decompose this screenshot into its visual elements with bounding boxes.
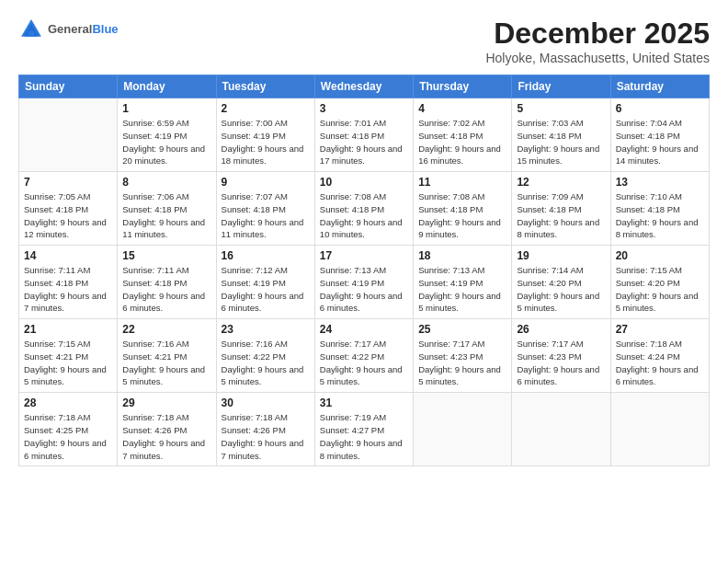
- day-header-tuesday: Tuesday: [216, 75, 314, 98]
- day-info: Sunrise: 7:18 AMSunset: 4:24 PMDaylight:…: [616, 338, 704, 388]
- day-header-wednesday: Wednesday: [314, 75, 413, 98]
- day-number: 10: [320, 176, 408, 189]
- day-number: 18: [418, 249, 506, 262]
- day-number: 15: [122, 249, 210, 262]
- logo-general: General: [48, 22, 92, 36]
- header: GeneralBlue December 2025 Holyoke, Massa…: [18, 17, 710, 65]
- day-number: 19: [517, 249, 605, 262]
- calendar-cell: 29Sunrise: 7:18 AMSunset: 4:26 PMDayligh…: [118, 393, 216, 466]
- day-info: Sunrise: 7:11 AMSunset: 4:18 PMDaylight:…: [122, 264, 210, 315]
- day-number: 24: [320, 323, 408, 336]
- calendar-cell: 1Sunrise: 6:59 AMSunset: 4:19 PMDaylight…: [118, 98, 216, 172]
- day-header-monday: Monday: [118, 75, 216, 98]
- calendar-week-1: 1Sunrise: 6:59 AMSunset: 4:19 PMDaylight…: [19, 98, 710, 172]
- logo-text: GeneralBlue: [48, 22, 119, 37]
- svg-rect-2: [28, 31, 34, 37]
- calendar-cell: 13Sunrise: 7:10 AMSunset: 4:18 PMDayligh…: [610, 172, 709, 246]
- day-number: 12: [517, 176, 605, 189]
- calendar-cell: 30Sunrise: 7:18 AMSunset: 4:26 PMDayligh…: [216, 393, 314, 466]
- day-header-sunday: Sunday: [19, 75, 118, 98]
- month-title: December 2025: [485, 17, 710, 51]
- day-info: Sunrise: 7:10 AMSunset: 4:18 PMDaylight:…: [616, 190, 704, 241]
- day-number: 25: [418, 323, 506, 336]
- day-info: Sunrise: 7:08 AMSunset: 4:18 PMDaylight:…: [418, 190, 506, 241]
- day-number: 5: [517, 102, 605, 115]
- calendar-cell: 4Sunrise: 7:02 AMSunset: 4:18 PMDaylight…: [414, 98, 512, 172]
- day-info: Sunrise: 7:13 AMSunset: 4:19 PMDaylight:…: [320, 264, 408, 315]
- day-info: Sunrise: 7:15 AMSunset: 4:20 PMDaylight:…: [616, 264, 704, 315]
- day-number: 29: [122, 396, 210, 409]
- day-number: 30: [222, 396, 310, 409]
- day-info: Sunrise: 7:17 AMSunset: 4:23 PMDaylight:…: [418, 338, 506, 388]
- day-number: 6: [616, 102, 704, 115]
- day-number: 11: [418, 176, 506, 189]
- day-info: Sunrise: 7:16 AMSunset: 4:22 PMDaylight:…: [222, 338, 310, 388]
- calendar-week-5: 28Sunrise: 7:18 AMSunset: 4:25 PMDayligh…: [19, 393, 710, 466]
- day-number: 20: [616, 249, 704, 262]
- calendar-cell: 10Sunrise: 7:08 AMSunset: 4:18 PMDayligh…: [314, 172, 413, 246]
- calendar-week-2: 7Sunrise: 7:05 AMSunset: 4:18 PMDaylight…: [19, 172, 710, 246]
- calendar-cell: 22Sunrise: 7:16 AMSunset: 4:21 PMDayligh…: [118, 319, 216, 393]
- day-info: Sunrise: 7:11 AMSunset: 4:18 PMDaylight:…: [24, 264, 112, 315]
- day-info: Sunrise: 7:18 AMSunset: 4:26 PMDaylight:…: [122, 411, 210, 462]
- day-number: 21: [24, 323, 112, 336]
- day-info: Sunrise: 7:17 AMSunset: 4:23 PMDaylight:…: [517, 338, 605, 388]
- calendar-cell: 16Sunrise: 7:12 AMSunset: 4:19 PMDayligh…: [216, 246, 314, 319]
- day-info: Sunrise: 7:05 AMSunset: 4:18 PMDaylight:…: [24, 190, 112, 241]
- calendar-cell: 21Sunrise: 7:15 AMSunset: 4:21 PMDayligh…: [19, 319, 118, 393]
- day-info: Sunrise: 7:15 AMSunset: 4:21 PMDaylight:…: [24, 338, 112, 388]
- day-info: Sunrise: 7:19 AMSunset: 4:27 PMDaylight:…: [320, 411, 408, 462]
- calendar-header-row: SundayMondayTuesdayWednesdayThursdayFrid…: [19, 75, 710, 98]
- day-header-friday: Friday: [512, 75, 610, 98]
- calendar-week-3: 14Sunrise: 7:11 AMSunset: 4:18 PMDayligh…: [19, 246, 710, 319]
- day-number: 22: [122, 323, 210, 336]
- day-info: Sunrise: 7:18 AMSunset: 4:25 PMDaylight:…: [24, 411, 112, 462]
- calendar-cell: 19Sunrise: 7:14 AMSunset: 4:20 PMDayligh…: [512, 246, 610, 319]
- day-number: 28: [24, 396, 112, 409]
- day-number: 1: [122, 102, 210, 115]
- day-number: 9: [222, 176, 310, 189]
- day-number: 31: [320, 396, 408, 409]
- calendar-cell: [19, 98, 118, 172]
- calendar-cell: 6Sunrise: 7:04 AMSunset: 4:18 PMDaylight…: [610, 98, 709, 172]
- day-number: 27: [616, 323, 704, 336]
- calendar-cell: 5Sunrise: 7:03 AMSunset: 4:18 PMDaylight…: [512, 98, 610, 172]
- day-number: 26: [517, 323, 605, 336]
- day-number: 14: [24, 249, 112, 262]
- day-info: Sunrise: 7:06 AMSunset: 4:18 PMDaylight:…: [122, 190, 210, 241]
- page-container: GeneralBlue December 2025 Holyoke, Massa…: [0, 0, 728, 476]
- calendar-cell: 28Sunrise: 7:18 AMSunset: 4:25 PMDayligh…: [19, 393, 118, 466]
- calendar-cell: [610, 393, 709, 466]
- calendar-cell: 17Sunrise: 7:13 AMSunset: 4:19 PMDayligh…: [314, 246, 413, 319]
- calendar-cell: [512, 393, 610, 466]
- day-info: Sunrise: 7:08 AMSunset: 4:18 PMDaylight:…: [320, 190, 408, 241]
- day-number: 13: [616, 176, 704, 189]
- day-header-thursday: Thursday: [414, 75, 512, 98]
- day-number: 7: [24, 176, 112, 189]
- day-info: Sunrise: 7:00 AMSunset: 4:19 PMDaylight:…: [222, 117, 310, 167]
- day-info: Sunrise: 7:01 AMSunset: 4:18 PMDaylight:…: [320, 117, 408, 167]
- day-info: Sunrise: 7:02 AMSunset: 4:18 PMDaylight:…: [418, 117, 506, 167]
- calendar-cell: 7Sunrise: 7:05 AMSunset: 4:18 PMDaylight…: [19, 172, 118, 246]
- day-info: Sunrise: 7:12 AMSunset: 4:19 PMDaylight:…: [222, 264, 310, 315]
- day-number: 16: [222, 249, 310, 262]
- day-info: Sunrise: 7:03 AMSunset: 4:18 PMDaylight:…: [517, 117, 605, 167]
- calendar-cell: 23Sunrise: 7:16 AMSunset: 4:22 PMDayligh…: [216, 319, 314, 393]
- calendar-cell: 11Sunrise: 7:08 AMSunset: 4:18 PMDayligh…: [414, 172, 512, 246]
- calendar-cell: 26Sunrise: 7:17 AMSunset: 4:23 PMDayligh…: [512, 319, 610, 393]
- day-info: Sunrise: 7:07 AMSunset: 4:18 PMDaylight:…: [222, 190, 310, 241]
- calendar-cell: 8Sunrise: 7:06 AMSunset: 4:18 PMDaylight…: [118, 172, 216, 246]
- calendar-week-4: 21Sunrise: 7:15 AMSunset: 4:21 PMDayligh…: [19, 319, 710, 393]
- calendar-cell: 3Sunrise: 7:01 AMSunset: 4:18 PMDaylight…: [314, 98, 413, 172]
- calendar-cell: 9Sunrise: 7:07 AMSunset: 4:18 PMDaylight…: [216, 172, 314, 246]
- calendar-cell: 24Sunrise: 7:17 AMSunset: 4:22 PMDayligh…: [314, 319, 413, 393]
- calendar-cell: 12Sunrise: 7:09 AMSunset: 4:18 PMDayligh…: [512, 172, 610, 246]
- calendar: SundayMondayTuesdayWednesdayThursdayFrid…: [18, 75, 710, 466]
- location: Holyoke, Massachusetts, United States: [485, 51, 710, 65]
- calendar-cell: [414, 393, 512, 466]
- day-info: Sunrise: 7:14 AMSunset: 4:20 PMDaylight:…: [517, 264, 605, 315]
- day-info: Sunrise: 7:17 AMSunset: 4:22 PMDaylight:…: [320, 338, 408, 388]
- calendar-cell: 25Sunrise: 7:17 AMSunset: 4:23 PMDayligh…: [414, 319, 512, 393]
- calendar-cell: 14Sunrise: 7:11 AMSunset: 4:18 PMDayligh…: [19, 246, 118, 319]
- day-info: Sunrise: 7:13 AMSunset: 4:19 PMDaylight:…: [418, 264, 506, 315]
